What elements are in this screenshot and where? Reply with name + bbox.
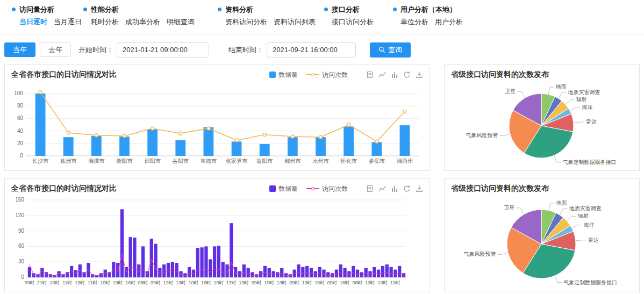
svg-text:气象定制数据服务接口: 气象定制数据服务接口 bbox=[563, 279, 617, 285]
end-time-input[interactable] bbox=[267, 42, 356, 58]
svg-text:地质灾害调查: 地质灾害调查 bbox=[568, 89, 600, 95]
svg-text:10时: 10时 bbox=[264, 280, 274, 285]
nav-item-time-cost[interactable]: 耗时分析 bbox=[91, 17, 119, 27]
svg-text:常德市: 常德市 bbox=[201, 158, 217, 164]
province-access-pie-chart[interactable]: 地面地质灾害调查辐射海洋雷达气象定制数据服务接口气象风险预警卫星 bbox=[446, 196, 638, 288]
hourly-bar-line-chart[interactable]: 030609012015009时21时13时11时13时11时10时19时16时… bbox=[9, 196, 425, 288]
svg-text:地面: 地面 bbox=[556, 200, 567, 206]
daily-bar-line-chart[interactable]: 020406080100长沙市株洲市湘潭市衡阳市邵阳市岳阳市常德市张家界市益阳市… bbox=[9, 82, 425, 167]
nav-group-users: 用户分析（本地） 单位分析 用户分析 bbox=[393, 5, 463, 27]
nav-bullet-icon bbox=[218, 8, 221, 11]
svg-text:0: 0 bbox=[21, 274, 24, 280]
svg-text:10时: 10时 bbox=[188, 280, 198, 285]
nav-bullet-icon bbox=[393, 8, 397, 11]
data-view-icon[interactable] bbox=[366, 71, 374, 78]
this-year-button[interactable]: 当年 bbox=[4, 42, 35, 57]
svg-text:13时: 13时 bbox=[365, 280, 375, 285]
panel-title: 省级接口访问资料的次数发布 bbox=[451, 70, 549, 80]
restore-icon[interactable] bbox=[403, 185, 411, 192]
nav-item-user-analysis[interactable]: 用户分析 bbox=[435, 17, 463, 27]
svg-text:雷达: 雷达 bbox=[588, 237, 599, 243]
svg-text:衡阳市: 衡阳市 bbox=[116, 158, 133, 164]
nav-item-data-access-analysis[interactable]: 资料访问分析 bbox=[225, 17, 267, 27]
nav-item-success-rate[interactable]: 成功率分析 bbox=[125, 17, 160, 27]
svg-text:13时: 13时 bbox=[302, 280, 312, 285]
nav-item-today-hourly[interactable]: 当日逐时 bbox=[19, 17, 47, 27]
nav-item-data-access-list[interactable]: 资料访问列表 bbox=[274, 17, 316, 27]
nav-group-performance: 性能分析 耗时分析 成功率分析 明细查询 bbox=[83, 5, 195, 27]
nav-bullet-icon bbox=[83, 8, 87, 11]
svg-text:120: 120 bbox=[15, 212, 24, 218]
last-year-button[interactable]: 去年 bbox=[40, 42, 71, 57]
svg-text:08时: 08时 bbox=[138, 280, 148, 285]
svg-text:12时: 12时 bbox=[163, 280, 174, 285]
save-image-icon[interactable] bbox=[416, 71, 423, 78]
start-time-input[interactable] bbox=[117, 42, 209, 58]
end-time-label: 结束时间： bbox=[228, 45, 263, 55]
line-chart-icon[interactable] bbox=[378, 71, 386, 78]
svg-text:09时: 09时 bbox=[151, 280, 161, 285]
nav-item-month-daily[interactable]: 当月逐日 bbox=[54, 17, 82, 27]
svg-text:卫星: 卫星 bbox=[505, 88, 516, 94]
bar-chart-icon[interactable] bbox=[391, 71, 398, 78]
province-access-pie-chart[interactable]: 地面地质灾害调查辐射海洋雷达气象定制数据服务接口气象风险预警卫星 bbox=[446, 82, 638, 167]
svg-text:岳阳市: 岳阳市 bbox=[172, 158, 189, 164]
restore-icon[interactable] bbox=[403, 71, 411, 78]
svg-text:气象风险预警: 气象风险预警 bbox=[463, 251, 496, 257]
svg-text:09时: 09时 bbox=[289, 280, 299, 285]
legend-data-volume[interactable]: 数据量 bbox=[269, 70, 298, 80]
svg-text:16时: 16时 bbox=[314, 280, 325, 285]
svg-text:卫星: 卫星 bbox=[504, 205, 514, 211]
line-chart-icon[interactable] bbox=[378, 185, 386, 192]
svg-text:11时: 11时 bbox=[62, 280, 72, 285]
nav-item-org-analysis[interactable]: 单位分析 bbox=[400, 17, 428, 27]
start-time-label: 开始时间： bbox=[78, 45, 113, 55]
svg-text:湘西州: 湘西州 bbox=[397, 158, 413, 164]
magnifier-icon bbox=[378, 46, 385, 53]
bar-chart-icon[interactable] bbox=[391, 185, 398, 192]
svg-text:辐射: 辐射 bbox=[578, 213, 589, 219]
search-button[interactable]: 查询 bbox=[370, 42, 411, 58]
svg-text:13时: 13时 bbox=[390, 280, 400, 285]
nav-item-interface-access-analysis[interactable]: 接口访问分析 bbox=[332, 17, 374, 27]
svg-text:11时: 11时 bbox=[88, 280, 97, 285]
svg-text:16时: 16时 bbox=[125, 280, 135, 285]
nav-group-title: 用户分析（本地） bbox=[400, 5, 463, 13]
nav-group-data: 资料分析 资料访问分析 资料访问列表 bbox=[218, 5, 316, 27]
svg-text:邵阳市: 邵阳市 bbox=[145, 158, 161, 164]
svg-text:辐射: 辐射 bbox=[576, 96, 587, 102]
svg-text:16时: 16时 bbox=[340, 280, 350, 285]
save-image-icon[interactable] bbox=[416, 185, 423, 192]
legend-bar-marker bbox=[269, 71, 276, 78]
top-nav: 访问量分析 当日逐时 当月逐日 性能分析 耗时分析 成功率分析 明细查询 资料分… bbox=[0, 0, 644, 34]
svg-text:09时: 09时 bbox=[327, 280, 338, 285]
svg-text:张家界市: 张家界市 bbox=[226, 158, 248, 164]
svg-text:益阳市: 益阳市 bbox=[256, 158, 273, 164]
svg-text:20: 20 bbox=[17, 140, 24, 146]
panel-daily-comparison: 全省各市接口的日访问情况对比 数据量 访问次数 bbox=[4, 64, 430, 171]
svg-text:郴州市: 郴州市 bbox=[284, 158, 301, 164]
data-view-icon[interactable] bbox=[366, 185, 374, 192]
svg-text:21时: 21时 bbox=[37, 280, 47, 285]
legend-data-volume[interactable]: 数据量 bbox=[269, 184, 298, 193]
svg-text:13时: 13时 bbox=[277, 280, 287, 285]
nav-item-detail-query[interactable]: 明细查询 bbox=[167, 17, 195, 27]
legend-visit-count[interactable]: 访问次数 bbox=[306, 184, 348, 193]
nav-group-title: 访问量分析 bbox=[19, 5, 82, 13]
panel-hourly-comparison: 全省各市接口的时访问情况对比 数据量 访问次数 bbox=[4, 178, 430, 292]
nav-group-visits: 访问量分析 当日逐时 当月逐日 bbox=[12, 5, 82, 27]
svg-text:90: 90 bbox=[18, 228, 25, 234]
nav-group-title: 性能分析 bbox=[91, 5, 195, 13]
svg-text:13时: 13时 bbox=[49, 280, 60, 285]
legend-visit-count[interactable]: 访问次数 bbox=[306, 70, 348, 80]
nav-group-title: 接口分析 bbox=[332, 5, 374, 13]
nav-group-interface: 接口分析 接口访问分析 bbox=[324, 5, 374, 27]
svg-text:10时: 10时 bbox=[100, 280, 110, 285]
svg-text:30: 30 bbox=[18, 259, 25, 264]
svg-text:怀化市: 怀化市 bbox=[340, 158, 357, 164]
svg-text:海洋: 海洋 bbox=[584, 222, 595, 228]
legend-line-marker bbox=[306, 188, 319, 189]
svg-text:08时: 08时 bbox=[353, 280, 363, 285]
nav-group-title: 资料分析 bbox=[225, 5, 316, 13]
svg-text:80: 80 bbox=[17, 103, 24, 109]
